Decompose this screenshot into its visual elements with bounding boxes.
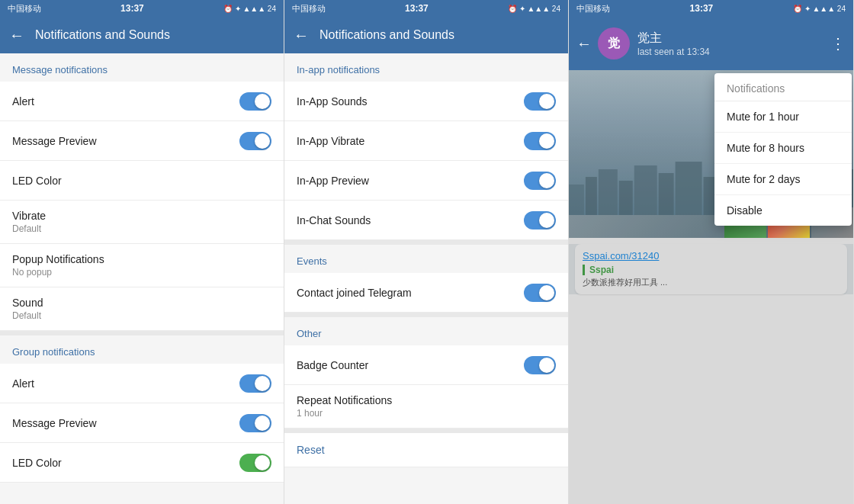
section-header-other: Other [284, 317, 568, 345]
panel-2: 中国移动 13:37 ⏰ ✦ ▲▲▲ 24 ← Notifications an… [284, 0, 569, 504]
carrier-2: 中国移动 [292, 3, 326, 14]
status-bar-1: 中国移动 13:37 ⏰ ✦ ▲▲▲ 24 [0, 0, 284, 17]
label-msg-preview: Message Preview [12, 135, 97, 147]
setting-row-group-led: LED Color [0, 443, 284, 483]
label-alert: Alert [12, 95, 34, 108]
setting-row-inapp-preview: In-App Preview [284, 161, 568, 201]
toggle-msg-preview[interactable] [239, 132, 271, 150]
time-3: 13:37 [690, 3, 714, 14]
section-header-group: Group notifications [0, 335, 284, 364]
setting-row-contact-joined: Contact joined Telegram [284, 273, 568, 313]
back-button-2[interactable]: ← [294, 27, 309, 44]
label-group-alert: Alert [12, 377, 34, 390]
carrier-1: 中国移动 [8, 3, 41, 14]
user-info: 觉主 last seen at 13:34 [637, 30, 830, 57]
setting-row-led[interactable]: LED Color [0, 161, 284, 201]
page-title-2: Notifications and Sounds [319, 28, 454, 42]
toggle-group-led[interactable] [239, 454, 271, 472]
toggle-inapp-vibrate[interactable] [524, 132, 556, 150]
toggle-badge-counter[interactable] [524, 356, 556, 374]
toggle-alert[interactable] [239, 92, 271, 111]
top-bar-1: ← Notifications and Sounds [0, 17, 284, 53]
setting-row-vibrate[interactable]: Vibrate Default [0, 201, 284, 244]
more-menu-button[interactable]: ⋮ [830, 34, 846, 53]
back-button-1[interactable]: ← [9, 27, 24, 44]
time-2: 13:37 [405, 3, 429, 14]
chat-area: 13:27 ✔✔ Sspai.com/31240 Sspai 少数派推荐好用工具… [569, 70, 853, 504]
time-1: 13:37 [120, 3, 144, 14]
setting-row-repeat-notifications[interactable]: Repeat Notifications 1 hour [284, 385, 568, 429]
top-bar-3: ← 觉 觉主 last seen at 13:34 ⋮ [569, 17, 853, 70]
setting-row-msg-preview: Message Preview [0, 121, 284, 161]
label-vibrate: Vibrate Default [12, 210, 46, 234]
context-menu-overlay[interactable]: Notifications Mute for 1 hour Mute for 8… [569, 70, 853, 504]
setting-row-group-alert: Alert [0, 364, 284, 403]
toggle-group-alert[interactable] [239, 374, 271, 393]
label-group-preview: Message Preview [12, 417, 97, 429]
reset-row[interactable]: Reset [284, 433, 568, 467]
setting-row-sound[interactable]: Sound Default [0, 287, 284, 331]
status-bar-2: 中国移动 13:37 ⏰ ✦ ▲▲▲ 24 [284, 0, 568, 17]
avatar: 觉 [598, 27, 630, 59]
toggle-group-preview[interactable] [239, 414, 271, 432]
context-menu-item-1hour[interactable]: Mute for 1 hour [714, 101, 852, 133]
context-menu-header: Notifications [714, 73, 852, 101]
context-menu-item-8hours[interactable]: Mute for 8 hours [714, 133, 852, 164]
label-group-led: LED Color [12, 457, 62, 469]
content-2: In-app notifications In-App Sounds In-Ap… [284, 53, 568, 504]
label-popup: Popup Notifications No popup [12, 253, 104, 278]
setting-row-alert: Alert [0, 82, 284, 121]
section-header-msg: Message notifications [0, 53, 284, 82]
setting-row-inchat-sounds: In-Chat Sounds [284, 201, 568, 240]
top-bar-2: ← Notifications and Sounds [284, 17, 568, 53]
context-menu-item-disable[interactable]: Disable [714, 195, 852, 226]
label-sound: Sound Default [12, 297, 43, 321]
content-1: Message notifications Alert Message Prev… [0, 53, 284, 504]
panel-3: 中国移动 13:37 ⏰ ✦ ▲▲▲ 24 ← 觉 觉主 last seen a… [569, 0, 854, 504]
back-button-3[interactable]: ← [576, 35, 592, 53]
toggle-inapp-preview[interactable] [524, 172, 556, 190]
section-header-events: Events [284, 245, 568, 273]
status-icons-1: ⏰ ✦ ▲▲▲ 24 [223, 5, 276, 13]
context-menu-box: Notifications Mute for 1 hour Mute for 8… [714, 73, 852, 226]
status-icons-3: ⏰ ✦ ▲▲▲ 24 [793, 5, 846, 13]
page-title-1: Notifications and Sounds [35, 28, 170, 42]
user-status: last seen at 13:34 [637, 47, 830, 57]
setting-row-popup[interactable]: Popup Notifications No popup [0, 244, 284, 287]
setting-row-group-preview: Message Preview [0, 403, 284, 443]
status-icons-2: ⏰ ✦ ▲▲▲ 24 [508, 5, 560, 13]
panel-1: 中国移动 13:37 ⏰ ✦ ▲▲▲ 24 ← Notifications an… [0, 0, 284, 504]
toggle-contact-joined[interactable] [524, 284, 556, 302]
toggle-inchat-sounds[interactable] [524, 211, 556, 230]
label-led: LED Color [12, 175, 62, 187]
setting-row-inapp-sounds: In-App Sounds [284, 82, 568, 121]
user-name: 觉主 [637, 30, 830, 47]
status-bar-3: 中国移动 13:37 ⏰ ✦ ▲▲▲ 24 [569, 0, 853, 17]
section-header-inapp: In-app notifications [284, 53, 568, 82]
toggle-inapp-sounds[interactable] [524, 92, 556, 111]
setting-row-inapp-vibrate: In-App Vibrate [284, 121, 568, 161]
context-menu-item-2days[interactable]: Mute for 2 days [714, 164, 852, 195]
carrier-3: 中国移动 [576, 3, 610, 14]
setting-row-badge-counter: Badge Counter [284, 345, 568, 385]
